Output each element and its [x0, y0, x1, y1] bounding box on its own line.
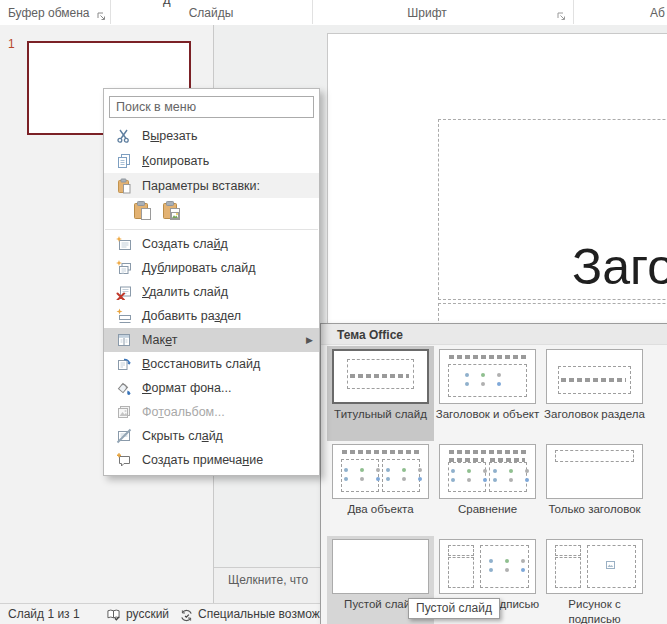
paste-options-row [104, 198, 319, 227]
layout-label: Заголовок и объект [436, 407, 540, 422]
powerpoint-window: д Буфер обмена Слайды Шрифт Аб 1 Заго Ще… [0, 0, 667, 624]
menu-item-paste-options-label: Параметры вставки: [104, 173, 319, 198]
font-dialog-launcher-icon[interactable] [556, 8, 567, 19]
menu-item-delete-slide[interactable]: Удалить слайд [104, 280, 319, 304]
menu-item-label: Макет [142, 333, 177, 347]
menu-item-layout[interactable]: Макет▶ [104, 328, 319, 352]
menu-item-label: Удалить слайд [142, 285, 228, 299]
layout-option-section-header[interactable]: Заголовок раздела [541, 346, 648, 441]
menu-item-cut[interactable]: Вырезать [104, 123, 319, 148]
menu-search-input[interactable] [109, 96, 314, 118]
layout-label: Рисунок с подписью [543, 597, 647, 624]
layout-label: Два объекта [329, 502, 433, 517]
layout-thumbnail [332, 539, 429, 594]
menu-item-photo-album: Фотоальбом... [104, 400, 319, 424]
layout-thumbnail [439, 349, 536, 404]
ribbon-group-paragraph: Аб [650, 6, 665, 20]
layout-thumbnail [332, 444, 429, 499]
layout-gallery-header: Тема Office [321, 324, 667, 345]
reset-slide-icon [115, 356, 133, 373]
ribbon-group-font: Шрифт [312, 6, 542, 20]
menu-item-reset-slide[interactable]: Восстановить слайд [104, 352, 319, 376]
menu-item-duplicate-slide[interactable]: Дублировать слайд [104, 256, 319, 280]
new-slide-icon [115, 236, 133, 253]
menu-item-label: Формат фона... [142, 381, 231, 395]
context-menu: ВырезатьКопироватьПараметры вставки:Созд… [103, 88, 320, 476]
layout-gallery: Тема Office Титульный слайдЗаголовок и о… [320, 323, 667, 624]
layout-option-title-only[interactable]: Только заголовок [541, 441, 648, 536]
menu-item-hide-slide[interactable]: Скрыть слайд [104, 424, 319, 448]
paste-use-destination-theme-button[interactable] [131, 200, 155, 226]
layout-option-title-content[interactable]: Заголовок и объект [434, 346, 541, 441]
slide-counter[interactable]: Слайд 1 из 1 [8, 607, 80, 621]
slide-title-text: Заго [572, 238, 667, 296]
accessibility-checker-icon[interactable] [179, 608, 194, 624]
ribbon-group-slides: Слайды [110, 6, 312, 20]
layout-thumbnail [546, 349, 643, 404]
submenu-arrow-icon: ▶ [306, 335, 313, 345]
ribbon-group-strip: д Буфер обмена Слайды Шрифт Аб [0, 0, 667, 26]
format-background-icon [115, 380, 133, 397]
menu-item-label: Дублировать слайд [142, 261, 256, 275]
menu-item-label: Скрыть слайд [142, 429, 223, 443]
layout-option-picture-caption[interactable]: Рисунок с подписью [541, 536, 648, 624]
menu-item-label: Восстановить слайд [142, 357, 260, 371]
layout-label: Заголовок раздела [543, 407, 647, 422]
layout-option-comparison[interactable]: Сравнение [434, 441, 541, 536]
layout-option-title-slide[interactable]: Титульный слайд [327, 346, 434, 441]
menu-item-label: Параметры вставки: [142, 179, 260, 193]
layout-thumbnail [546, 539, 643, 594]
menu-item-label: Фотоальбом... [142, 405, 225, 419]
menu-item-label: Вырезать [142, 129, 198, 143]
layout-label: Только заголовок [543, 502, 647, 517]
layout-thumbnail [439, 444, 536, 499]
spell-check-icon[interactable] [106, 608, 121, 624]
copy-icon [115, 152, 133, 169]
menu-item-copy[interactable]: Копировать [104, 148, 319, 173]
layout-label: Сравнение [436, 502, 540, 517]
accessibility-status-text[interactable]: Специальные возможн [198, 607, 326, 621]
paste-as-picture-button[interactable] [160, 200, 184, 226]
paste-as-picture-icon [161, 200, 183, 225]
paste-icon [115, 177, 133, 194]
slide-number: 1 [8, 37, 15, 51]
language-indicator[interactable]: русский [126, 607, 169, 621]
clipboard-dialog-launcher-icon[interactable] [96, 8, 107, 19]
new-comment-icon [115, 452, 133, 469]
layout-thumbnail [546, 444, 643, 499]
duplicate-slide-icon [115, 260, 133, 277]
menu-item-label: Копировать [142, 154, 209, 168]
paste-use-destination-theme-icon [132, 200, 154, 225]
layout-label: Титульный слайд [329, 407, 433, 422]
menu-item-label: Добавить раздел [142, 309, 241, 323]
menu-item-new-comment[interactable]: Создать примечание [104, 448, 319, 472]
ribbon-group-clipboard: Буфер обмена [8, 6, 90, 20]
tooltip: Пустой слайд [408, 598, 500, 619]
menu-item-add-section[interactable]: Добавить раздел [104, 304, 319, 328]
layout-thumbnail [332, 349, 429, 404]
add-section-icon [115, 308, 133, 325]
ribbon-divider [573, 0, 574, 24]
photo-album-icon [115, 404, 133, 421]
hide-slide-icon [115, 428, 133, 445]
menu-separator [105, 229, 318, 230]
menu-item-new-slide[interactable]: Создать слайд [104, 232, 319, 256]
menu-item-format-background[interactable]: Формат фона... [104, 376, 319, 400]
cut-icon [115, 127, 133, 144]
delete-slide-icon [115, 284, 133, 301]
menu-item-label: Создать слайд [142, 237, 228, 251]
layout-icon [115, 332, 133, 349]
title-placeholder[interactable]: Заго [438, 119, 667, 300]
notes-placeholder-text[interactable]: Щелкните, что [228, 573, 308, 587]
menu-item-label: Создать примечание [142, 453, 263, 467]
layout-option-two-content[interactable]: Два объекта [327, 441, 434, 536]
layout-thumbnail [439, 539, 536, 594]
